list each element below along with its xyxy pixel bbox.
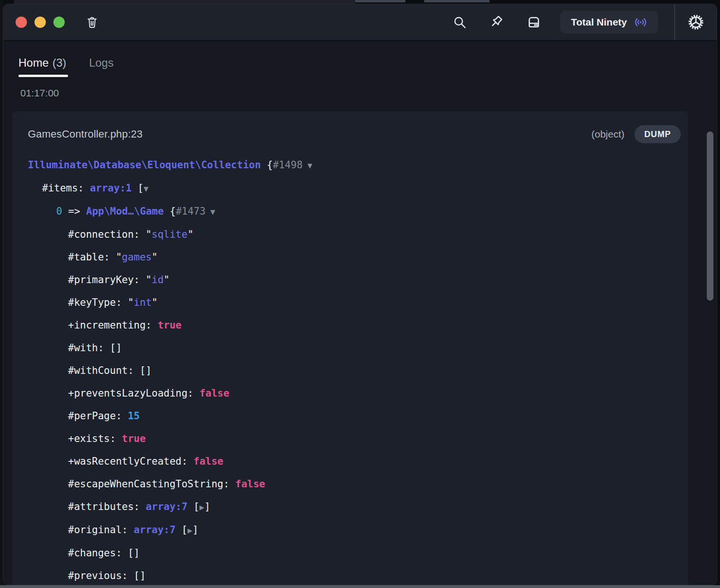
pin-button[interactable] xyxy=(489,14,505,30)
dump-line: #perPage: 15 xyxy=(28,405,688,427)
dump-line: #attributes: array:7 [▶] xyxy=(28,495,688,519)
dump-token-plain: " xyxy=(163,274,170,285)
project-filter-button[interactable]: Total Ninety xyxy=(560,11,658,34)
dump-line: #with: [] xyxy=(28,337,688,359)
expand-toggle-icon[interactable]: ▶ xyxy=(188,526,192,535)
dump-line: #connection: "sqlite" xyxy=(28,223,688,246)
dump-token-bool: false xyxy=(235,478,265,490)
dump-token-plain: [] xyxy=(122,547,140,559)
tab-bar: Home(3) Logs xyxy=(3,42,717,77)
dump-line: +exists: true xyxy=(28,427,688,450)
project-name-label: Total Ninety xyxy=(571,17,627,28)
clear-screen-button[interactable] xyxy=(85,15,100,30)
dump-token-ref: #1498 xyxy=(273,159,302,171)
dump-token-plain: " xyxy=(140,274,152,285)
dump-token-cls: Illuminate\Database\Eloquent\Collection xyxy=(28,159,261,171)
dump-token-bool: false xyxy=(194,456,223,467)
background-window-segment xyxy=(14,0,355,4)
dump-token-key: +preventsLazyLoading: xyxy=(68,388,194,399)
settings-button[interactable] xyxy=(675,4,717,40)
dump-token-num: 15 xyxy=(128,410,139,422)
dump-token-cls: App\Mod…\Game xyxy=(86,206,163,217)
zoom-window-button[interactable] xyxy=(53,17,65,28)
dump-token-plain: " xyxy=(152,251,158,263)
dump-token-key: +exists: xyxy=(68,433,116,444)
expand-toggle-icon[interactable]: ▼ xyxy=(144,184,148,193)
tab-home-count: (3) xyxy=(52,56,66,69)
minimize-window-button[interactable] xyxy=(34,17,46,28)
dump-lines: Illuminate\Database\Eloquent\Collection … xyxy=(12,154,688,585)
dump-token-key: #withCount: xyxy=(68,365,134,376)
dump-token-plain: { xyxy=(164,206,176,217)
dump-token-key: #escapeWhenCastingToString: xyxy=(68,478,229,490)
dump-token-plain xyxy=(188,456,194,467)
dump-token-plain xyxy=(229,478,235,490)
hard-drive-icon xyxy=(525,14,542,31)
background-bottom-sliver xyxy=(0,585,720,588)
dump-token-str: sqlite xyxy=(152,229,188,240)
dump-token-plain: ] xyxy=(192,524,198,536)
dump-card-header: GamesController.php:23 (object) DUMP xyxy=(12,111,688,145)
dump-token-key: +incrementing: xyxy=(68,320,152,331)
tab-home[interactable]: Home(3) xyxy=(18,56,66,77)
dump-token-cls: array:7 xyxy=(146,501,188,512)
dump-token-plain: ] xyxy=(204,501,210,512)
dump-token-plain xyxy=(122,410,128,422)
dump-token-key: #items: xyxy=(42,182,84,194)
search-button[interactable] xyxy=(452,14,468,30)
scrollbar-thumb[interactable] xyxy=(707,131,713,301)
dump-token-plain xyxy=(116,433,122,444)
content-area: Home(3) Logs 01:17:00 GamesController.ph… xyxy=(3,42,717,585)
trash-icon xyxy=(85,15,100,30)
dump-token-plain xyxy=(194,388,200,399)
dump-token-plain: [ xyxy=(176,524,188,536)
tab-home-label: Home xyxy=(18,56,49,69)
dump-line: #items: array:1 [▼ xyxy=(28,177,688,200)
expand-toggle-icon[interactable]: ▼ xyxy=(303,161,312,170)
dump-token-str: id xyxy=(152,274,163,285)
dump-badge: DUMP xyxy=(634,125,681,143)
payload-type-label: (object) xyxy=(591,129,625,140)
dump-token-plain: " xyxy=(110,251,122,263)
dump-token-key: #primaryKey: xyxy=(68,274,140,285)
active-tab-indicator xyxy=(18,75,68,77)
dump-token-key: #changes: xyxy=(68,547,122,559)
dump-token-idx: 0 xyxy=(56,206,62,217)
dump-line: #table: "games" xyxy=(28,246,688,268)
close-window-button[interactable] xyxy=(16,17,27,28)
dump-line: +incrementing: true xyxy=(28,314,688,337)
saved-dumps-button[interactable] xyxy=(525,14,542,31)
dump-token-plain: " xyxy=(152,297,158,308)
dump-token-plain xyxy=(128,524,134,536)
dump-token-key: #keyType: xyxy=(68,297,122,308)
gear-icon xyxy=(686,13,705,32)
dump-token-str: int xyxy=(134,297,152,308)
dump-token-plain: " xyxy=(122,297,134,308)
dump-token-bool: true xyxy=(122,433,146,444)
dump-card-header-right: (object) DUMP xyxy=(591,125,681,143)
traffic-lights xyxy=(16,17,65,28)
dump-line: #escapeWhenCastingToString: false xyxy=(28,473,688,495)
dump-token-plain xyxy=(140,501,146,512)
background-window-segment xyxy=(424,0,489,2)
dump-token-plain: " xyxy=(140,229,152,240)
dump-line: 0 => App\Mod…\Game {#1473 ▼ xyxy=(28,200,688,223)
dump-line: #changes: [] xyxy=(28,542,688,564)
expand-toggle-icon[interactable]: ▶ xyxy=(199,502,204,512)
dump-line: #original: array:7 [▶] xyxy=(28,519,688,542)
dump-card: GamesController.php:23 (object) DUMP Ill… xyxy=(12,111,688,585)
tab-logs[interactable]: Logs xyxy=(89,56,113,77)
dump-token-plain: [ xyxy=(188,501,199,512)
dump-token-plain: [ xyxy=(132,182,144,194)
dump-token-key: #attributes: xyxy=(68,501,140,512)
background-window-segment xyxy=(355,0,405,2)
source-file-label[interactable]: GamesController.php:23 xyxy=(28,128,143,140)
timestamp: 01:17:00 xyxy=(20,87,717,99)
dump-token-cls: array:1 xyxy=(90,182,132,194)
expand-toggle-icon[interactable]: ▼ xyxy=(206,207,215,216)
dump-token-key: #previous: xyxy=(68,570,128,581)
dump-token-bool: false xyxy=(199,388,229,399)
search-icon xyxy=(452,14,468,30)
titlebar-actions: Total Ninety xyxy=(452,11,658,34)
dump-token-bool: true xyxy=(158,320,182,331)
